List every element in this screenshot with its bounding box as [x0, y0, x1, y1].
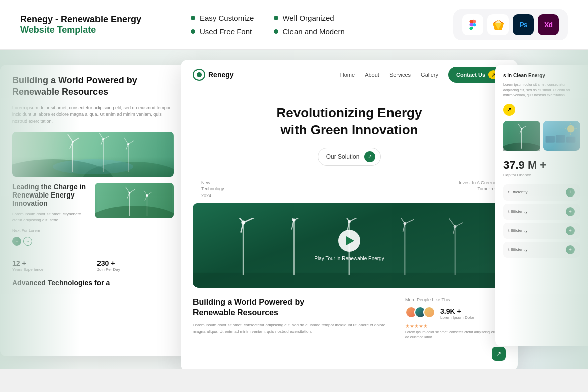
sketch-icon	[487, 14, 509, 35]
review-count: 3.9K +	[440, 307, 474, 315]
rp-desc: Lorem ipsum dolor sit amet, consectetur …	[503, 82, 580, 99]
svg-rect-72	[555, 135, 564, 143]
rp-acc-btn-2[interactable]: +	[566, 207, 575, 216]
our-solution-label: Our Solution	[326, 153, 360, 160]
feature-used-free-font-label: Used Free Font	[200, 27, 252, 36]
svg-line-46	[294, 218, 304, 220]
dot-next[interactable]: →	[23, 237, 32, 246]
svg-line-41	[243, 218, 254, 223]
main-content: om Renewable s for Every Need Sustainabl…	[0, 50, 588, 369]
site-info-desc: Lorem ipsum dolor sit amet, consectetur …	[193, 322, 395, 335]
site-our-solution[interactable]: Our Solution ↗	[318, 148, 381, 166]
our-solution-btn[interactable]: ↗	[364, 151, 375, 162]
prev-arrow-icon: ←	[15, 239, 19, 244]
svg-point-8	[83, 162, 174, 177]
lp-stat-years: 12 + Years Experience	[12, 259, 89, 272]
rp-accordion-item-2[interactable]: t Efficiently +	[503, 204, 580, 220]
site-navbar: Renegy Home About Services Gallery Conta…	[181, 60, 518, 90]
rp-acc-btn-3[interactable]: +	[566, 226, 575, 235]
rp-acc-text-1: t Efficiently	[508, 190, 528, 194]
feature-dot	[274, 29, 278, 34]
site-nav-about[interactable]: About	[365, 72, 379, 78]
site-info-right: More People Like This 3.9K + Lorem Ipsum…	[405, 297, 506, 361]
tools-bar: Ps Xd	[453, 9, 568, 40]
svg-line-56	[405, 220, 414, 224]
top-bar: Renegy - Renewable Energy Website Templa…	[0, 0, 588, 50]
svg-line-55	[398, 218, 405, 224]
invest-label: Invest In A GreenerTomorrow	[459, 180, 498, 199]
rp-acc-text-3: t Efficiently	[508, 228, 528, 233]
rp-accordion-item-1[interactable]: t Efficiently +	[503, 184, 580, 201]
feature-well-organized-label: Well Organized	[282, 14, 334, 22]
review-stats: 3.9K + Lorem Ipsum Dolor	[440, 307, 474, 320]
rp-acc-btn-4[interactable]: +	[566, 245, 575, 254]
new-tech-label: NewTechnology2024	[201, 180, 224, 199]
photoshop-icon: Ps	[513, 14, 534, 35]
share-button[interactable]: ↗	[492, 347, 506, 361]
avatar-3	[423, 306, 435, 318]
play-button[interactable]	[338, 230, 360, 252]
rp-images	[503, 121, 580, 151]
site-info-title: Building a World Powered byRenewable Res…	[193, 297, 395, 318]
site-cta-label: Contact Us	[456, 72, 485, 78]
feature-list: Easy Customize Used Free Font Well Organ…	[191, 14, 433, 36]
svg-point-74	[567, 125, 574, 132]
more-people-label: More People Like This	[405, 297, 506, 302]
product-title: Renegy - Renewable Energy Website Templa…	[20, 14, 161, 35]
lp-stat-join-num: 230 +	[97, 259, 174, 267]
lp-main-image	[12, 132, 174, 177]
feature-clean-modern-label: Clean and Modern	[282, 27, 344, 36]
lp-col-left: Leading the Charge in Renewable Energy I…	[12, 183, 91, 246]
svg-rect-6	[13, 132, 173, 177]
site-nav-services[interactable]: Services	[389, 72, 411, 78]
feature-used-free-font: Used Free Font	[191, 27, 254, 36]
lp-col-right	[95, 183, 174, 246]
rp-title: s in Clean Energy	[503, 73, 580, 78]
lp-stats-bar: 12 + Years Experience 230 + Join Per Day	[0, 252, 186, 279]
rp-stat-big: 37.9 M +	[503, 159, 580, 172]
svg-line-61	[455, 223, 463, 227]
lp-section-title: Leading the Charge in Renewable Energy I…	[12, 183, 91, 207]
right-preview-card: s in Clean Energy Lorem ipsum dolor sit …	[495, 65, 588, 346]
feature-col-2: Well Organized Clean and Modern	[274, 14, 344, 36]
lp-title: Building a World Powered by Renewable Re…	[12, 75, 174, 99]
adobexd-icon: Xd	[538, 14, 559, 35]
lp-inner: Building a World Powered by Renewable Re…	[0, 65, 186, 246]
site-hero-meta: NewTechnology2024 Invest In A GreenerTom…	[181, 176, 518, 203]
svg-rect-71	[545, 136, 554, 143]
rp-acc-btn-1[interactable]: +	[566, 188, 575, 197]
feature-dot	[191, 16, 195, 20]
lp-two-col: Leading the Charge in Renewable Energy I…	[12, 183, 174, 246]
review-label: Lorem Ipsum Dolor	[440, 315, 474, 320]
left-preview-card: Building a World Powered by Renewable Re…	[0, 65, 186, 356]
turbines-svg	[193, 218, 506, 288]
rp-accordion-item-3[interactable]: t Efficiently +	[503, 223, 580, 239]
dot-prev[interactable]: ←	[12, 237, 21, 246]
star-rating: ★★★★★	[405, 323, 506, 329]
site-info-row: Building a World Powered byRenewable Res…	[181, 288, 518, 369]
next-arrow-icon: →	[26, 239, 30, 244]
feature-dot	[274, 16, 278, 20]
lp-adv-title: Advanced Technologies for a	[0, 279, 186, 287]
feature-col-1: Easy Customize Used Free Font	[191, 14, 254, 36]
title-sub: Website Template	[20, 25, 161, 35]
rp-stat-label: Capital Finance	[503, 173, 580, 177]
rp-accordion-item-4[interactable]: t Efficiently +	[503, 242, 580, 258]
site-nav-gallery[interactable]: Gallery	[421, 72, 438, 78]
feature-well-organized: Well Organized	[274, 14, 344, 22]
svg-line-51	[349, 218, 359, 222]
rp-acc-text-2: t Efficiently	[508, 209, 528, 214]
lp-stat-years-num: 12 +	[12, 259, 89, 267]
rp-arrow-icon[interactable]: ↗	[503, 104, 515, 116]
lp-small-image	[95, 183, 174, 218]
rp-image-2	[543, 121, 580, 151]
site-logo: Renegy	[193, 69, 234, 81]
rp-acc-text-4: t Efficiently	[508, 247, 528, 252]
svg-line-40	[234, 218, 243, 223]
site-nav-home[interactable]: Home	[340, 72, 355, 78]
lp-next-label: Next For Lorem	[12, 228, 91, 233]
site-nav-links: Home About Services Gallery	[340, 72, 438, 78]
lp-nav-dots: ← →	[12, 237, 91, 246]
share-row: ↗	[405, 343, 506, 361]
lp-stat-join-label: Join Per Day	[97, 267, 174, 272]
